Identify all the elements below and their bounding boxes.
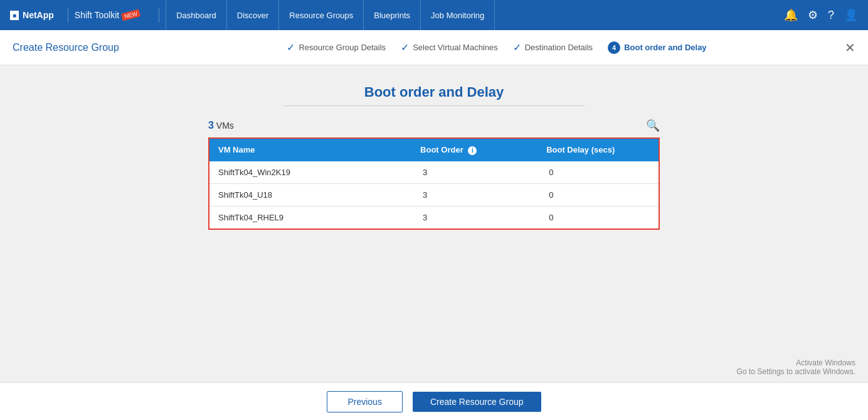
wizard-title: Create Resource Group — [13, 42, 138, 53]
nav-icon-group: 🔔 ⚙ ? 👤 — [784, 8, 858, 22]
table-row: ShiftTk04_U18 — [209, 183, 659, 206]
boot-order-cell[interactable] — [411, 206, 537, 229]
boot-delay-input[interactable] — [546, 166, 639, 178]
nav-job-monitoring[interactable]: Job Monitoring — [421, 0, 495, 30]
boot-delay-cell[interactable] — [537, 161, 659, 184]
wizard-step-4: 4 Boot order and Delay — [608, 41, 706, 54]
boot-order-input[interactable] — [420, 212, 518, 223]
content-area: 3 VMs 🔍 VM Name Boot Order i Boot Delay … — [208, 119, 660, 230]
table-header: VM Name Boot Order i Boot Delay (secs) — [209, 138, 659, 161]
create-resource-group-button[interactable]: Create Resource Group — [413, 392, 541, 412]
search-button[interactable]: 🔍 — [646, 119, 660, 132]
vm-count-text: VMs — [216, 121, 234, 131]
page-title: Boot order and Delay — [364, 84, 504, 100]
boot-delay-cell[interactable] — [537, 206, 659, 229]
top-navigation: ■ NetApp Shift Toolkit NEW Dashboard Dis… — [0, 0, 868, 30]
close-button[interactable]: ✕ — [845, 40, 855, 55]
step1-label: Resource Group Details — [299, 43, 386, 52]
table-row: ShiftTk04_RHEL9 — [209, 206, 659, 229]
wizard-steps: ✓ Resource Group Details ✓ Select Virtua… — [138, 41, 855, 54]
user-icon[interactable]: 👤 — [844, 8, 858, 22]
main-content: Boot order and Delay 3 VMs 🔍 VM Name Boo… — [0, 65, 868, 420]
wizard-step-3: ✓ Destination Details — [513, 41, 593, 53]
wizard-step-1: ✓ Resource Group Details — [287, 41, 386, 53]
step3-label: Destination Details — [525, 43, 593, 52]
boot-order-cell[interactable] — [411, 183, 537, 206]
step2-check-icon: ✓ — [401, 41, 409, 53]
vm-name-cell: ShiftTk04_Win2K19 — [209, 161, 411, 184]
vm-name-cell: ShiftTk04_RHEL9 — [209, 206, 411, 229]
logo-icon: ■ — [10, 11, 19, 20]
vm-count-number: 3 — [208, 120, 214, 131]
table-row: ShiftTk04_Win2K19 — [209, 161, 659, 184]
wizard-step-2: ✓ Select Virtual Machines — [401, 41, 498, 53]
boot-order-cell[interactable] — [411, 161, 537, 184]
nav-dashboard[interactable]: Dashboard — [166, 0, 227, 30]
boot-order-info-icon[interactable]: i — [468, 146, 477, 155]
step2-label: Select Virtual Machines — [413, 43, 498, 52]
nav-divider-2 — [159, 8, 159, 23]
col-boot-delay: Boot Delay (secs) — [537, 138, 659, 161]
boot-order-input[interactable] — [420, 166, 518, 178]
vm-name-cell: ShiftTk04_U18 — [209, 183, 411, 206]
previous-button[interactable]: Previous — [327, 391, 402, 412]
boot-delay-cell[interactable] — [537, 183, 659, 206]
shift-toolkit-label: Shift Toolkit NEW — [75, 10, 140, 20]
boot-delay-input[interactable] — [546, 189, 639, 201]
vm-count-label: 3 VMs — [208, 120, 234, 131]
step4-number: 4 — [608, 41, 620, 54]
nav-links: Dashboard Discover Resource Groups Bluep… — [166, 0, 784, 30]
step3-check-icon: ✓ — [513, 41, 521, 53]
boot-order-input[interactable] — [420, 189, 518, 201]
col-boot-order: Boot Order i — [411, 138, 537, 161]
settings-icon[interactable]: ⚙ — [808, 8, 818, 22]
footer: Previous Create Resource Group — [0, 382, 868, 420]
notification-icon[interactable]: 🔔 — [784, 8, 798, 22]
help-icon[interactable]: ? — [828, 9, 834, 22]
nav-divider-1 — [68, 8, 68, 23]
nav-discover[interactable]: Discover — [227, 0, 280, 30]
step4-label: Boot order and Delay — [624, 43, 706, 52]
wizard-header: Create Resource Group ✓ Resource Group D… — [0, 30, 868, 65]
title-underline — [283, 105, 585, 106]
netapp-logo: ■ NetApp — [10, 10, 54, 20]
vm-table: VM Name Boot Order i Boot Delay (secs) S… — [208, 137, 660, 230]
table-body: ShiftTk04_Win2K19 ShiftTk04_U18 ShiftTk0… — [209, 161, 659, 229]
vm-count-row: 3 VMs 🔍 — [208, 119, 660, 132]
nav-resource-groups[interactable]: Resource Groups — [279, 0, 364, 30]
boot-delay-input[interactable] — [546, 212, 639, 223]
step1-check-icon: ✓ — [287, 41, 295, 53]
nav-blueprints[interactable]: Blueprints — [364, 0, 421, 30]
toolkit-badge: NEW — [121, 9, 140, 21]
logo-text: NetApp — [23, 10, 54, 20]
col-vm-name: VM Name — [209, 138, 411, 161]
